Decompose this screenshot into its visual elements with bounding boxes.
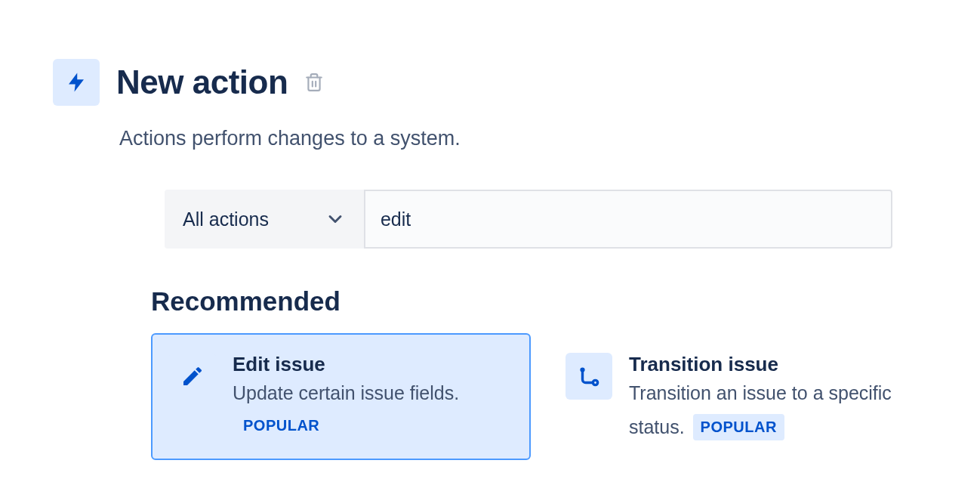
recommended-cards: Edit issue Update certain issue fields. … [151, 333, 927, 460]
card-body: Transition issue Transition an issue to … [629, 353, 909, 440]
card-description: Transition an issue to a specific status… [629, 381, 909, 440]
actions-filter-dropdown[interactable]: All actions [165, 190, 364, 249]
popular-badge: POPULAR [236, 414, 327, 437]
popular-badge: POPULAR [693, 414, 784, 440]
chevron-down-icon [325, 209, 346, 230]
transition-icon [566, 353, 612, 400]
recommended-heading: Recommended [151, 286, 927, 317]
trash-icon [304, 71, 324, 94]
dropdown-label: All actions [183, 209, 269, 230]
card-body: Edit issue Update certain issue fields. … [233, 353, 513, 437]
action-card-transition-issue[interactable]: Transition issue Transition an issue to … [547, 333, 927, 460]
page-title: New action [116, 63, 288, 101]
search-input[interactable] [364, 190, 892, 249]
header-row: New action [53, 59, 927, 106]
filter-row: All actions [165, 190, 927, 249]
delete-button[interactable] [301, 68, 327, 97]
pencil-icon [169, 353, 216, 400]
lightning-icon [53, 59, 100, 106]
page-subtitle: Actions perform changes to a system. [119, 127, 927, 150]
card-description: Update certain issue fields. [233, 381, 513, 406]
card-title: Transition issue [629, 353, 909, 376]
card-title: Edit issue [233, 353, 513, 376]
action-card-edit-issue[interactable]: Edit issue Update certain issue fields. … [151, 333, 531, 460]
